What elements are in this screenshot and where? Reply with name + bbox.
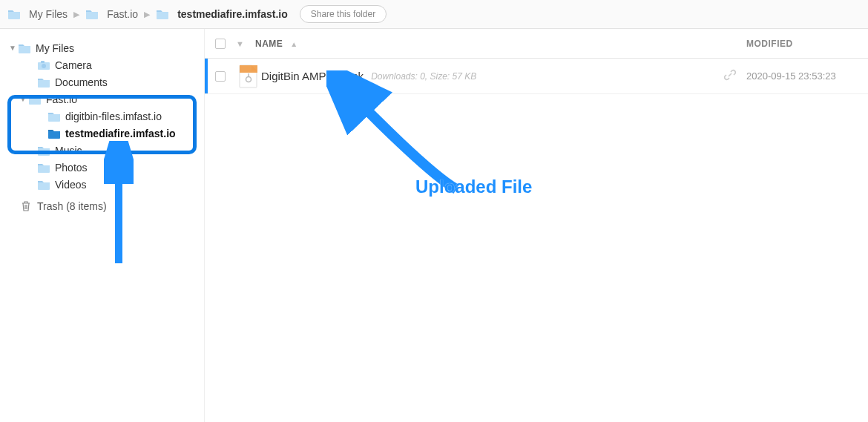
file-meta: Downloads: 0, Size: 57 KB	[364, 71, 476, 82]
tree-label: Music	[55, 145, 82, 156]
folder-icon	[85, 9, 99, 19]
tree-item-photos[interactable]: Photos	[4, 159, 200, 176]
tree-item-testmediafire[interactable]: testmediafire.imfast.io	[4, 125, 200, 142]
breadcrumb-label: testmediafire.imfast.io	[177, 8, 288, 20]
folder-icon	[7, 9, 21, 19]
tree-item-documents[interactable]: Documents	[4, 73, 200, 90]
folder-icon	[47, 111, 61, 122]
share-folder-button[interactable]: Share this folder	[300, 5, 387, 23]
folder-icon	[18, 43, 31, 53]
file-date: 2020-09-15 23:53:23	[746, 70, 858, 82]
folder-icon	[37, 162, 50, 173]
selection-indicator	[205, 59, 208, 93]
tree-item-music[interactable]: Music	[4, 142, 200, 159]
breadcrumb-label: My Files	[29, 8, 68, 20]
select-all-checkbox[interactable]	[215, 39, 226, 49]
tree-label: Fast.io	[46, 93, 77, 105]
folder-icon	[28, 94, 42, 105]
breadcrumb-label: Fast.io	[107, 8, 138, 20]
caret-down-icon[interactable]: ▼	[7, 44, 18, 52]
file-name: DigitBin AMP (1).apk	[261, 70, 364, 82]
tree-item-myfiles[interactable]: ▼ My Files	[4, 39, 200, 56]
file-row[interactable]: DigitBin AMP (1).apk Downloads: 0, Size:…	[205, 59, 868, 94]
column-label: MODIFIED	[746, 39, 793, 49]
sort-asc-icon: ▲	[286, 40, 297, 48]
tree-label: digitbin-files.imfast.io	[65, 111, 162, 122]
column-header-name[interactable]: NAME ▲	[255, 39, 746, 49]
link-icon[interactable]	[724, 69, 746, 83]
folder-icon	[47, 128, 61, 139]
header-dropdown-icon[interactable]: ▼	[236, 39, 255, 48]
folder-icon	[156, 9, 169, 19]
row-checkbox[interactable]	[215, 71, 226, 82]
column-label: NAME	[255, 39, 283, 49]
sidebar: ▼ My Files Camera Documents ▼ Fast.io di…	[0, 29, 204, 422]
svg-point-2	[42, 64, 46, 68]
file-list-panel: ▼ NAME ▲ MODIFIED DigitBin AMP	[204, 29, 868, 422]
folder-icon	[37, 77, 50, 88]
tree-item-videos[interactable]: Videos	[4, 176, 200, 193]
tree-label: testmediafire.imfast.io	[65, 128, 176, 139]
archive-file-icon	[239, 65, 258, 88]
folder-icon	[37, 145, 50, 156]
tree-item-digitbin[interactable]: digitbin-files.imfast.io	[4, 108, 200, 125]
breadcrumb-item-fastio[interactable]: Fast.io	[85, 8, 138, 20]
tree-label: Videos	[55, 179, 87, 191]
caret-down-icon[interactable]: ▼	[18, 95, 28, 103]
tree-item-camera[interactable]: Camera	[4, 56, 200, 73]
breadcrumb-item-myfiles[interactable]: My Files	[7, 8, 68, 20]
svg-rect-1	[41, 61, 45, 63]
column-header-modified[interactable]: MODIFIED	[746, 39, 858, 49]
column-header-row: ▼ NAME ▲ MODIFIED	[205, 29, 868, 59]
tree-item-trash[interactable]: Trash (8 items)	[4, 197, 200, 214]
svg-rect-3	[240, 65, 257, 73]
tree-label: My Files	[36, 42, 74, 54]
tree-label: Camera	[55, 59, 92, 71]
camera-icon	[37, 60, 50, 70]
tree-label: Photos	[55, 162, 88, 174]
breadcrumb-item-current[interactable]: testmediafire.imfast.io	[156, 8, 288, 20]
chevron-right-icon: ▶	[142, 10, 151, 19]
tree-item-fastio[interactable]: ▼ Fast.io	[4, 90, 200, 108]
trash-icon	[21, 200, 31, 212]
breadcrumb: My Files ▶ Fast.io ▶ testmediafire.imfas…	[0, 0, 868, 29]
tree-label: Documents	[55, 76, 108, 88]
folder-icon	[37, 179, 50, 190]
chevron-right-icon: ▶	[72, 10, 81, 19]
tree-label: Trash (8 items)	[37, 200, 107, 212]
